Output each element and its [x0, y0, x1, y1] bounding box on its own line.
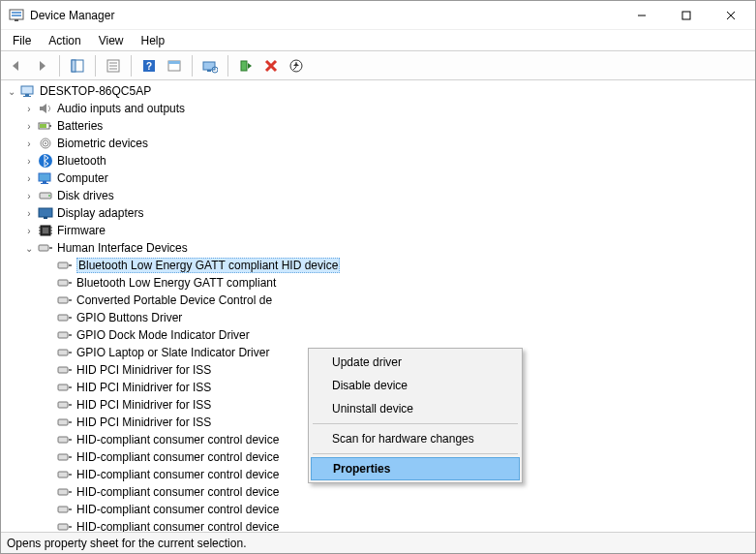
tree-device-item[interactable]: GPIO Dock Mode Indicator Driver [3, 326, 755, 344]
computer-icon [20, 83, 36, 99]
tree-category-label: Human Interface Devices [57, 241, 188, 255]
tree-category[interactable]: ›Firmware [3, 222, 755, 239]
svg-rect-26 [25, 94, 29, 96]
expand-icon[interactable]: › [22, 208, 36, 219]
tree-device-item[interactable]: GPIO Buttons Driver [3, 309, 755, 326]
svg-rect-18 [203, 62, 215, 70]
toolbar-show-hide-tree-button[interactable] [66, 54, 89, 77]
tree-category[interactable]: ›Display adapters [3, 204, 755, 222]
expand-icon[interactable]: › [22, 104, 36, 114]
tree-category[interactable]: ›Bluetooth [3, 152, 755, 169]
tree-device-item[interactable]: Bluetooth Low Energy GATT compliant HID … [3, 257, 755, 274]
svg-rect-59 [69, 317, 72, 319]
hid-icon [57, 502, 73, 517]
svg-rect-27 [23, 96, 31, 97]
svg-rect-65 [69, 369, 72, 371]
svg-rect-3 [15, 19, 18, 21]
svg-rect-29 [49, 125, 51, 127]
context-menu-uninstall-device[interactable]: Uninstall device [311, 397, 520, 420]
expand-icon[interactable]: › [22, 191, 36, 201]
bluetooth-icon [38, 153, 53, 169]
svg-rect-21 [241, 61, 247, 71]
disk-icon [38, 188, 53, 203]
hid-icon [57, 467, 73, 482]
context-menu-properties[interactable]: Properties [311, 457, 520, 480]
svg-rect-77 [69, 474, 72, 476]
expand-icon[interactable]: ⌄ [22, 243, 36, 254]
hid-icon [57, 327, 73, 343]
expand-icon[interactable]: ⌄ [5, 86, 18, 97]
tree-category[interactable]: ›Biometric devices [3, 135, 755, 152]
tree-device-label: Bluetooth Low Energy GATT compliant HID … [76, 258, 340, 273]
svg-rect-68 [58, 402, 68, 408]
menubar: File Action View Help [1, 30, 755, 51]
computer-icon [38, 170, 53, 186]
tree-device-label: HID-compliant consumer control device [76, 485, 279, 499]
tree-device-item[interactable]: HID-compliant consumer control device [3, 501, 755, 518]
tree-category[interactable]: ›Disk drives [3, 187, 755, 204]
expand-icon[interactable]: › [22, 121, 36, 132]
content-area: ⌄ DESKTOP-86QC5AP ›Audio inputs and outp… [1, 80, 755, 532]
expand-icon[interactable]: › [22, 226, 36, 236]
menu-file[interactable]: File [5, 32, 39, 49]
svg-rect-71 [69, 421, 72, 423]
toolbar-enable-button[interactable] [234, 54, 257, 77]
svg-rect-51 [49, 247, 52, 249]
svg-rect-74 [58, 454, 68, 460]
maximize-button[interactable] [664, 1, 709, 30]
hid-icon [57, 397, 73, 413]
tree-category[interactable]: ›Batteries [3, 117, 755, 135]
tree-device-item[interactable]: Bluetooth Low Energy GATT compliant [3, 274, 755, 292]
tree-device-label: HID PCI Minidriver for ISS [76, 416, 211, 429]
svg-rect-78 [58, 489, 68, 495]
toolbar-action-button[interactable] [163, 54, 186, 77]
svg-rect-5 [682, 12, 690, 19]
svg-rect-82 [58, 524, 68, 530]
toolbar-help-button[interactable]: ? [137, 54, 161, 77]
tree-category-label: Display adapters [57, 206, 143, 220]
hid-icon [57, 275, 73, 291]
tree-category-hid[interactable]: ⌄ Human Interface Devices [3, 239, 755, 257]
menu-help[interactable]: Help [134, 32, 173, 49]
svg-rect-81 [69, 508, 72, 510]
minimize-button[interactable] [620, 1, 664, 30]
display-icon [38, 205, 53, 221]
svg-rect-63 [69, 352, 72, 354]
svg-rect-72 [58, 437, 68, 443]
tree-device-item[interactable]: HID-compliant consumer control device [3, 483, 755, 501]
expand-icon[interactable]: › [22, 138, 36, 149]
battery-icon [38, 118, 53, 134]
svg-rect-36 [43, 181, 46, 183]
tree-device-item[interactable]: HID-compliant consumer control device [3, 518, 755, 532]
tree-category-label: Audio inputs and outputs [57, 102, 185, 115]
hid-icon [57, 432, 73, 447]
tree-root-label: DESKTOP-86QC5AP [40, 84, 151, 98]
close-button[interactable] [709, 1, 753, 30]
expand-icon[interactable]: › [22, 156, 36, 167]
svg-rect-64 [58, 367, 68, 373]
toolbar-separator [192, 55, 193, 77]
svg-rect-25 [21, 86, 33, 94]
hid-icon [57, 292, 73, 308]
tree-category[interactable]: ›Computer [3, 169, 755, 187]
toolbar-uninstall-button[interactable] [259, 54, 283, 77]
toolbar-forward-button[interactable] [30, 54, 53, 77]
toolbar-scan-hardware-button[interactable] [198, 54, 222, 77]
svg-rect-41 [44, 217, 47, 219]
expand-icon[interactable]: › [22, 173, 36, 184]
svg-rect-54 [58, 280, 68, 286]
toolbar-back-button[interactable] [5, 54, 28, 77]
toolbar-properties-button[interactable] [102, 54, 125, 77]
toolbar-update-button[interactable] [285, 54, 308, 77]
tree-category[interactable]: ›Audio inputs and outputs [3, 100, 755, 117]
tree-device-item[interactable]: Converted Portable Device Control de [3, 292, 755, 309]
context-menu-disable-device[interactable]: Disable device [311, 374, 520, 397]
context-menu-scan-hardware[interactable]: Scan for hardware changes [311, 427, 520, 450]
context-menu-update-driver[interactable]: Update driver [311, 351, 520, 374]
hid-icon [57, 519, 73, 532]
menu-action[interactable]: Action [41, 32, 88, 49]
svg-rect-35 [39, 173, 50, 181]
statusbar-text: Opens property sheet for the current sel… [7, 537, 246, 550]
menu-view[interactable]: View [91, 32, 132, 49]
tree-root[interactable]: ⌄ DESKTOP-86QC5AP [3, 82, 755, 100]
